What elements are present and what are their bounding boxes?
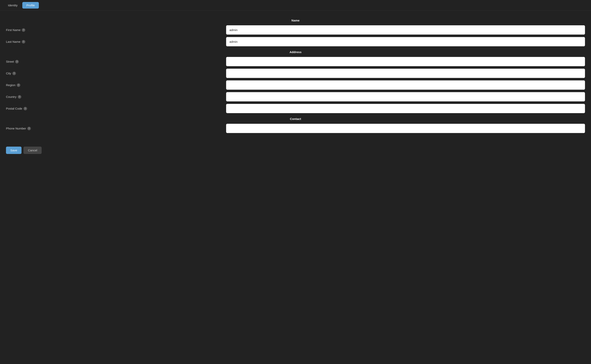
region-row: Region ? — [6, 80, 585, 90]
first-name-row: First Name ? — [6, 25, 585, 35]
last-name-row: Last Name ? — [6, 37, 585, 46]
postal-code-label: Postal Code ? — [6, 107, 226, 110]
tab-bar: Identity Profile — [0, 0, 591, 11]
city-input-wrapper — [226, 69, 585, 78]
phone-number-label: Phone Number ? — [6, 127, 226, 130]
tab-identity[interactable]: Identity — [4, 2, 21, 9]
phone-number-input-wrapper — [226, 124, 585, 133]
phone-number-help-icon: ? — [27, 127, 31, 130]
first-name-label: First Name ? — [6, 28, 226, 32]
first-name-label-text: First Name — [6, 28, 20, 32]
city-help-icon: ? — [12, 72, 16, 75]
region-label: Region ? — [6, 83, 226, 87]
street-label: Street ? — [6, 60, 226, 64]
city-label-text: City — [6, 72, 11, 75]
country-input-wrapper — [226, 92, 585, 101]
postal-code-row: Postal Code ? — [6, 104, 585, 113]
first-name-input-wrapper — [226, 25, 585, 35]
last-name-input-wrapper — [226, 37, 585, 46]
address-section-title: Address — [6, 50, 585, 54]
city-label: City ? — [6, 72, 226, 75]
footer-actions: Save Cancel — [0, 143, 591, 157]
postal-code-input-wrapper — [226, 104, 585, 113]
profile-form: Name First Name ? Last Name ? Address St… — [0, 11, 591, 143]
cancel-button[interactable]: Cancel — [24, 147, 42, 154]
city-row: City ? — [6, 69, 585, 78]
last-name-label-text: Last Name — [6, 40, 20, 43]
country-input[interactable] — [226, 92, 585, 101]
country-help-icon: ? — [18, 95, 21, 99]
street-input-wrapper — [226, 57, 585, 66]
country-label-text: Country — [6, 95, 17, 98]
phone-number-input[interactable] — [226, 124, 585, 133]
first-name-input[interactable] — [226, 25, 585, 35]
postal-code-input[interactable] — [226, 104, 585, 113]
region-label-text: Region — [6, 83, 15, 87]
postal-code-label-text: Postal Code — [6, 107, 22, 110]
phone-number-label-text: Phone Number — [6, 127, 26, 130]
region-input-wrapper — [226, 80, 585, 90]
postal-code-help-icon: ? — [24, 107, 27, 110]
tab-profile[interactable]: Profile — [22, 2, 39, 9]
street-label-text: Street — [6, 60, 14, 63]
country-label: Country ? — [6, 95, 226, 99]
street-row: Street ? — [6, 57, 585, 66]
region-input[interactable] — [226, 80, 585, 90]
name-section-title: Name — [6, 19, 585, 22]
contact-section-title: Contact — [6, 117, 585, 121]
last-name-input[interactable] — [226, 37, 585, 46]
city-input[interactable] — [226, 69, 585, 78]
street-input[interactable] — [226, 57, 585, 66]
last-name-label: Last Name ? — [6, 40, 226, 44]
phone-number-row: Phone Number ? — [6, 124, 585, 133]
last-name-help-icon: ? — [22, 40, 25, 44]
street-help-icon: ? — [15, 60, 19, 64]
first-name-help-icon: ? — [22, 28, 25, 32]
save-button[interactable]: Save — [6, 147, 21, 154]
country-row: Country ? — [6, 92, 585, 101]
region-help-icon: ? — [17, 83, 20, 87]
